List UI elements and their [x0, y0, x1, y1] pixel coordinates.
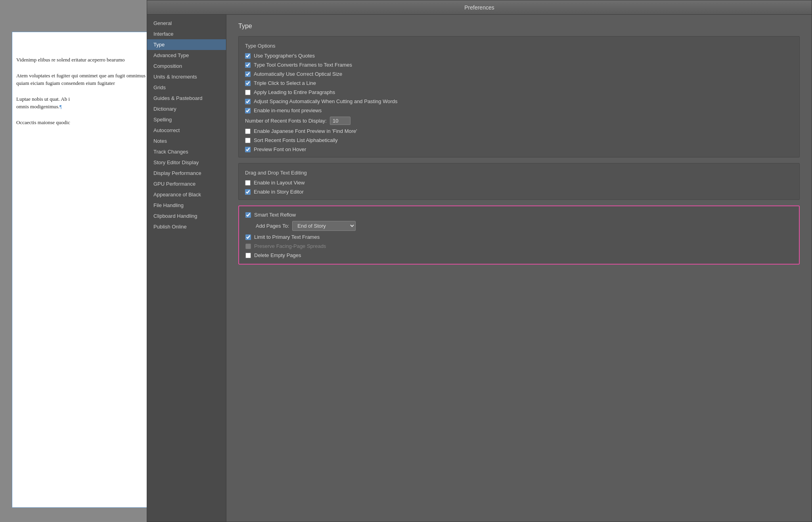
- title-bar: Preferences: [147, 0, 812, 15]
- enable-story-editor-label: Enable in Story Editor: [254, 189, 304, 195]
- type-options-title: Type Options: [245, 43, 793, 49]
- sort-recent-fonts-label: Sort Recent Fonts List Alphabetically: [254, 137, 338, 143]
- recent-fonts-input[interactable]: [330, 117, 350, 125]
- adjust-spacing-label: Adjust Spacing Automatically When Cuttin…: [254, 98, 398, 104]
- triple-click-checkbox[interactable]: [245, 81, 251, 86]
- enable-japanese-font-checkbox[interactable]: [245, 129, 251, 134]
- sidebar: GeneralInterfaceTypeAdvanced TypeComposi…: [147, 15, 226, 522]
- checkbox-preserve-facing-page: Preserve Facing-Page Spreads: [245, 243, 793, 249]
- limit-primary-frames-label: Limit to Primary Text Frames: [254, 234, 320, 240]
- drag-drop-group: Drag and Drop Text Editing Enable in Lay…: [238, 163, 800, 200]
- sidebar-item-gpu-performance[interactable]: GPU Performance: [147, 178, 226, 189]
- triple-click-label: Triple Click to Select a Line: [254, 80, 316, 86]
- delete-empty-pages-checkbox[interactable]: [245, 253, 251, 258]
- preserve-facing-page-label: Preserve Facing-Page Spreads: [254, 243, 326, 249]
- checkbox-delete-empty-pages: Delete Empty Pages: [245, 252, 793, 258]
- sort-recent-fonts-checkbox[interactable]: [245, 138, 251, 143]
- sidebar-item-advanced-type[interactable]: Advanced Type: [147, 50, 226, 61]
- sidebar-item-clipboard-handling[interactable]: Clipboard Handling: [147, 211, 226, 221]
- type-tool-converts-frames-label: Type Tool Converts Frames to Text Frames: [254, 62, 352, 68]
- use-typographers-quotes-label: Use Typographer's Quotes: [254, 53, 315, 59]
- preview-font-on-hover-checkbox[interactable]: [245, 147, 251, 152]
- use-typographers-quotes-checkbox[interactable]: [245, 53, 251, 59]
- preview-font-on-hover-label: Preview Font on Hover: [254, 146, 306, 152]
- checkbox-enable-japanese-font: Enable Japanese Font Preview in 'Find Mo…: [245, 128, 793, 134]
- recent-fonts-label: Number of Recent Fonts to Display:: [245, 118, 327, 124]
- main-content: Type Type Options Use Typographer's Quot…: [226, 15, 812, 522]
- sidebar-item-file-handling[interactable]: File Handling: [147, 200, 226, 211]
- checkbox-apply-leading: Apply Leading to Entire Paragraphs: [245, 89, 793, 95]
- drag-drop-title: Drag and Drop Text Editing: [245, 170, 793, 176]
- type-options-group: Type Options Use Typographer's Quotes Ty…: [238, 36, 800, 157]
- checkbox-triple-click: Triple Click to Select a Line: [245, 80, 793, 86]
- enable-in-menu-font-label: Enable in-menu font previews: [254, 107, 322, 113]
- checkbox-use-typographers-quotes: Use Typographer's Quotes: [245, 53, 793, 59]
- checkbox-enable-story-editor: Enable in Story Editor: [245, 189, 793, 195]
- checkbox-preview-font-on-hover: Preview Font on Hover: [245, 146, 793, 152]
- sidebar-item-grids[interactable]: Grids: [147, 82, 226, 93]
- add-pages-label: Add Pages To:: [256, 223, 289, 229]
- smart-reflow-box: Smart Text Reflow Add Pages To: End of S…: [238, 205, 800, 265]
- preserve-facing-page-checkbox: [245, 244, 251, 249]
- checkbox-adjust-spacing: Adjust Spacing Automatically When Cuttin…: [245, 98, 793, 104]
- apply-leading-label: Apply Leading to Entire Paragraphs: [254, 89, 335, 95]
- limit-primary-frames-checkbox[interactable]: [245, 234, 251, 240]
- add-pages-row: Add Pages To: End of Story End of Docume…: [245, 221, 793, 231]
- page-title: Type: [238, 23, 800, 30]
- sidebar-item-track-changes[interactable]: Track Changes: [147, 146, 226, 157]
- smart-text-reflow-label: Smart Text Reflow: [254, 212, 296, 218]
- sidebar-item-general[interactable]: General: [147, 18, 226, 29]
- sidebar-item-story-editor-display[interactable]: Story Editor Display: [147, 157, 226, 168]
- preferences-dialog: Preferences GeneralInterfaceTypeAdvanced…: [147, 0, 812, 522]
- adjust-spacing-checkbox[interactable]: [245, 99, 251, 104]
- checkbox-auto-correct-optical: Automatically Use Correct Optical Size: [245, 71, 793, 77]
- sidebar-item-spelling[interactable]: Spelling: [147, 114, 226, 125]
- enable-layout-view-checkbox[interactable]: [245, 180, 251, 186]
- sidebar-item-interface[interactable]: Interface: [147, 29, 226, 39]
- checkbox-enable-in-menu-font: Enable in-menu font previews: [245, 107, 793, 113]
- sidebar-item-type[interactable]: Type: [147, 39, 226, 50]
- enable-story-editor-checkbox[interactable]: [245, 189, 251, 195]
- sidebar-item-dictionary[interactable]: Dictionary: [147, 104, 226, 114]
- checkbox-limit-primary-frames: Limit to Primary Text Frames: [245, 234, 793, 240]
- sidebar-item-notes[interactable]: Notes: [147, 136, 226, 146]
- sidebar-item-appearance-of-black[interactable]: Appearance of Black: [147, 189, 226, 200]
- add-pages-select[interactable]: End of Story End of Document End of Sect…: [292, 221, 356, 231]
- smart-text-reflow-checkbox[interactable]: [245, 212, 251, 218]
- dialog-title: Preferences: [464, 4, 494, 11]
- type-tool-converts-frames-checkbox[interactable]: [245, 62, 251, 68]
- dialog-body: GeneralInterfaceTypeAdvanced TypeComposi…: [147, 15, 812, 522]
- checkbox-enable-layout-view: Enable in Layout View: [245, 180, 793, 186]
- checkbox-smart-text-reflow: Smart Text Reflow: [245, 212, 793, 218]
- sidebar-item-autocorrect[interactable]: Autocorrect: [147, 125, 226, 136]
- apply-leading-checkbox[interactable]: [245, 90, 251, 95]
- sidebar-item-units-increments[interactable]: Units & Increments: [147, 71, 226, 82]
- checkbox-sort-recent-fonts: Sort Recent Fonts List Alphabetically: [245, 137, 793, 143]
- recent-fonts-row: Number of Recent Fonts to Display:: [245, 117, 793, 125]
- delete-empty-pages-label: Delete Empty Pages: [254, 252, 301, 258]
- sidebar-item-display-performance[interactable]: Display Performance: [147, 168, 226, 178]
- auto-correct-optical-checkbox[interactable]: [245, 71, 251, 77]
- sidebar-item-composition[interactable]: Composition: [147, 61, 226, 71]
- enable-japanese-font-label: Enable Japanese Font Preview in 'Find Mo…: [254, 128, 357, 134]
- sidebar-item-guides-pasteboard[interactable]: Guides & Pasteboard: [147, 93, 226, 104]
- enable-layout-view-label: Enable in Layout View: [254, 180, 304, 186]
- sidebar-item-publish-online[interactable]: Publish Online: [147, 221, 226, 232]
- auto-correct-optical-label: Automatically Use Correct Optical Size: [254, 71, 342, 77]
- checkbox-type-tool-converts-frames: Type Tool Converts Frames to Text Frames: [245, 62, 793, 68]
- enable-in-menu-font-checkbox[interactable]: [245, 108, 251, 113]
